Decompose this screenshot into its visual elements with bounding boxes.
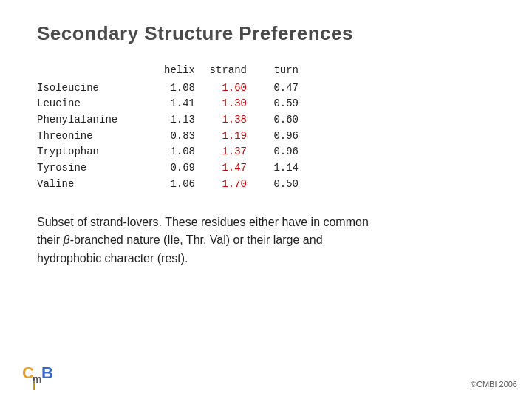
cell-turn: 0.47: [259, 81, 310, 97]
table-row: Phenylalanine 1.13 1.38 0.60: [37, 112, 495, 129]
cell-name: Valine: [37, 177, 155, 193]
table-row: Valine 1.06 1.70 0.50: [37, 177, 495, 193]
cell-turn: 0.59: [259, 96, 310, 112]
cell-helix: 1.08: [155, 144, 207, 160]
description-line3: hydrophobic character (rest).: [37, 252, 188, 265]
table-body: Isoleucine 1.08 1.60 0.47 Leucine 1.41 1…: [37, 81, 495, 193]
col-header-turn: turn: [259, 63, 310, 79]
cell-strand: 1.19: [207, 129, 259, 145]
table-row: Threonine 0.83 1.19 0.96: [37, 129, 495, 145]
cell-name: Isoleucine: [37, 81, 155, 97]
cell-helix: 1.06: [155, 177, 207, 193]
logo-b: B: [41, 365, 53, 381]
table-row: Isoleucine 1.08 1.60 0.47: [37, 81, 495, 97]
cell-name: Threonine: [37, 129, 155, 145]
description-line2: their β-branched nature (Ile, Thr, Val) …: [37, 233, 323, 246]
col-header-helix: helix: [155, 63, 207, 79]
table-row: Tyrosine 0.69 1.47 1.14: [37, 160, 495, 177]
table-header-row: helix strand turn: [37, 63, 495, 79]
data-table: helix strand turn Isoleucine 1.08 1.60 0…: [37, 63, 495, 193]
page: Secondary Structure Preferences helix st…: [0, 0, 532, 399]
logo-i: i: [33, 380, 35, 393]
cell-turn: 1.14: [259, 160, 310, 177]
description-line1: Subset of strand-lovers. These residues …: [37, 216, 369, 228]
cell-strand: 1.30: [207, 96, 259, 112]
cell-helix: 0.83: [155, 129, 207, 145]
logo: C m B i: [22, 365, 55, 392]
cell-turn: 0.96: [259, 129, 310, 145]
cell-helix: 1.41: [155, 96, 207, 112]
cell-helix: 1.08: [155, 81, 207, 97]
cell-strand: 1.60: [207, 81, 259, 97]
footer-copyright: ©CMBI 2006: [471, 380, 517, 389]
cell-turn: 0.60: [259, 112, 310, 129]
cell-helix: 0.69: [155, 160, 207, 177]
cell-name: Tryptophan: [37, 144, 155, 160]
cell-strand: 1.38: [207, 112, 259, 129]
col-header-name: [37, 63, 155, 79]
logo-box: C m B i: [22, 365, 55, 392]
cell-turn: 0.96: [259, 144, 310, 160]
cell-name: Leucine: [37, 96, 155, 112]
page-title: Secondary Structure Preferences: [37, 22, 495, 45]
table-row: Tryptophan 1.08 1.37 0.96: [37, 144, 495, 160]
cell-strand: 1.37: [207, 144, 259, 160]
cell-helix: 1.13: [155, 112, 207, 129]
cell-name: Tyrosine: [37, 160, 155, 177]
cell-name: Phenylalanine: [37, 112, 155, 129]
description: Subset of strand-lovers. These residues …: [37, 214, 495, 268]
cell-strand: 1.70: [207, 177, 259, 193]
cell-turn: 0.50: [259, 177, 310, 193]
cell-strand: 1.47: [207, 160, 259, 177]
col-header-strand: strand: [207, 63, 259, 79]
table-row: Leucine 1.41 1.30 0.59: [37, 96, 495, 112]
